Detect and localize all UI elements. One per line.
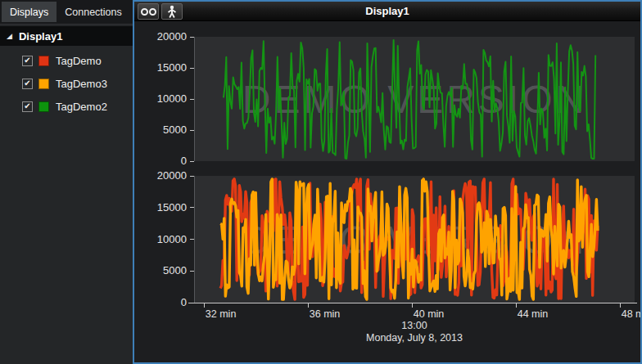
trend-chart-top: 20000150001000050000 DEMO VERSION <box>134 37 640 161</box>
y-tick-label: 10000 <box>157 233 187 246</box>
tag-list: ✔ TagDemo ✔ TagDemo3 ✔ TagDemo2 <box>0 49 133 118</box>
tree-header-label: Display1 <box>19 30 62 43</box>
panel-title: Display1 <box>134 5 640 17</box>
x-axis-line <box>188 303 637 303</box>
series-TagDemo2 <box>224 40 595 159</box>
x-tick <box>308 303 309 308</box>
x-tick-label: 36 min <box>310 308 341 320</box>
tab-connections[interactable]: Connections <box>57 2 130 22</box>
x-tick <box>516 303 517 308</box>
y-tick-label: 0 <box>181 155 187 168</box>
x-tick-label: 48 min <box>622 308 642 320</box>
color-swatch <box>38 101 49 112</box>
date-label: Monday, July 8, 2013 <box>194 332 635 344</box>
tree-item-tagdemo2[interactable]: ✔ TagDemo2 <box>0 95 133 118</box>
tree-item-tagdemo3[interactable]: ✔ TagDemo3 <box>0 72 133 95</box>
sidebar: Displays Connections ◢ Display1 ✔ TagDem… <box>0 0 133 364</box>
trend-chart-bottom: 20000150001000050000 DEMO VERSION <box>134 176 640 303</box>
check-icon: ✔ <box>24 79 30 88</box>
y-tick-label: 5000 <box>163 124 187 137</box>
tab-displays[interactable]: Displays <box>2 2 57 22</box>
x-tick-label: 44 min <box>518 308 549 320</box>
sidebar-tabstrip: Displays Connections <box>0 0 133 25</box>
checkbox-tagdemo2[interactable]: ✔ <box>22 101 33 112</box>
person-icon <box>167 5 177 18</box>
x-tick <box>620 303 621 308</box>
y-tick-label: 20000 <box>157 169 187 182</box>
tag-label: TagDemo <box>56 55 102 67</box>
chart-yaxis-0: 20000150001000050000 <box>134 37 194 161</box>
check-icon: ✔ <box>24 102 30 110</box>
display-panel: Display1 20000150001000050000 DEM <box>133 0 642 364</box>
x-tick-label: 32 min <box>206 308 237 320</box>
tag-label: TagDemo2 <box>56 101 107 113</box>
checkbox-tagdemo[interactable]: ✔ <box>22 56 33 66</box>
panel-header: Display1 <box>134 2 640 21</box>
tree-item-tagdemo[interactable]: ✔ TagDemo <box>0 49 133 72</box>
x-tick <box>412 303 413 308</box>
tree-header-display1[interactable]: ◢ Display1 <box>0 26 133 46</box>
tag-label: TagDemo3 <box>56 78 107 90</box>
chart-plot-1[interactable]: DEMO VERSION <box>194 176 635 303</box>
double-circle-icon <box>141 6 156 18</box>
app-window: Displays Connections ◢ Display1 ✔ TagDem… <box>0 0 642 364</box>
y-tick-label: 20000 <box>157 30 187 43</box>
toolbar <box>138 3 185 20</box>
collapse-arrow-icon[interactable]: ◢ <box>7 32 12 40</box>
x-tick <box>204 303 205 308</box>
y-tick-label: 15000 <box>157 201 187 214</box>
color-swatch <box>38 79 49 89</box>
color-swatch <box>38 56 49 66</box>
y-tick-label: 10000 <box>157 92 187 106</box>
chart-yaxis-1: 20000150001000050000 <box>134 176 194 303</box>
check-icon: ✔ <box>24 56 30 65</box>
x-tick-label: 40 min <box>414 308 445 320</box>
y-tick-label: 5000 <box>163 264 187 277</box>
link-scales-button[interactable] <box>138 3 159 20</box>
clock-label: 13:00 <box>194 320 635 331</box>
y-tick-label: 15000 <box>157 61 187 74</box>
live-mode-button[interactable] <box>161 3 183 20</box>
checkbox-tagdemo3[interactable]: ✔ <box>22 79 33 89</box>
chart-plot-0[interactable]: DEMO VERSION <box>194 37 635 161</box>
